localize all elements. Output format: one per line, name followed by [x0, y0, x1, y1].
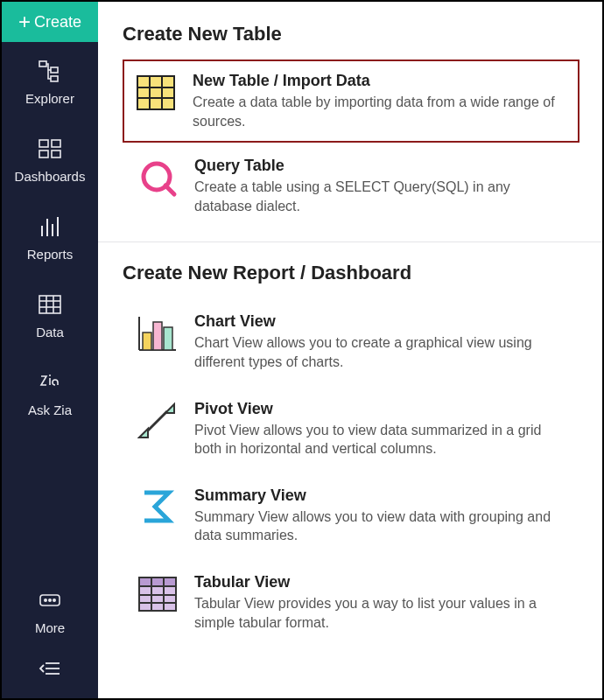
sidebar-item-label: Reports: [5, 247, 95, 262]
svg-rect-1: [51, 67, 58, 73]
svg-rect-3: [39, 140, 48, 147]
sidebar-item-label: Explorer: [5, 91, 95, 106]
svg-rect-11: [39, 296, 60, 313]
sidebar-nav: Explorer Dashboards: [2, 42, 98, 698]
sidebar-item-more[interactable]: More: [2, 571, 98, 649]
svg-marker-38: [165, 404, 174, 413]
option-title: Tabular View: [194, 573, 565, 592]
sidebar: + Create Explorer: [2, 2, 98, 698]
option-chart-view[interactable]: Chart View Chart View allows you to crea…: [123, 298, 579, 385]
plus-icon: +: [18, 11, 31, 32]
ask-zia-icon: [5, 369, 95, 396]
svg-point-20: [49, 599, 51, 601]
svg-line-31: [165, 186, 174, 194]
option-new-table[interactable]: New Table / Import Data Create a data ta…: [123, 60, 579, 143]
query-table-icon: [137, 157, 179, 199]
svg-point-17: [49, 374, 51, 376]
svg-rect-2: [51, 76, 58, 81]
svg-rect-35: [153, 322, 162, 350]
collapse-icon: [37, 660, 63, 677]
sidebar-item-label: Dashboards: [5, 169, 95, 184]
tabular-view-icon: [137, 573, 179, 615]
sidebar-item-explorer[interactable]: Explorer: [2, 42, 98, 120]
option-desc: Create a table using a SELECT Query(SQL)…: [194, 178, 565, 215]
create-button[interactable]: + Create: [2, 2, 98, 42]
svg-rect-41: [139, 578, 176, 586]
svg-rect-4: [52, 140, 60, 147]
option-pivot-view[interactable]: Pivot View Pivot View allows you to view…: [123, 386, 579, 472]
table-import-icon: [135, 72, 177, 114]
option-title: New Table / Import Data: [193, 72, 567, 90]
option-title: Chart View: [194, 312, 565, 331]
svg-rect-36: [164, 327, 172, 350]
sidebar-item-label: More: [5, 620, 95, 635]
svg-point-19: [45, 599, 46, 601]
option-desc: Summary View allows you to view data wit…: [194, 508, 565, 545]
sidebar-item-ask-zia[interactable]: Ask Zia: [2, 354, 98, 431]
sidebar-item-label: Ask Zia: [5, 402, 95, 417]
option-tabular-view[interactable]: Tabular View Tabular View provides you a…: [123, 559, 579, 646]
svg-rect-34: [143, 332, 151, 350]
more-icon: [5, 587, 95, 613]
data-icon: [5, 291, 95, 318]
option-summary-view[interactable]: Summary View Summary View allows you to …: [123, 472, 579, 559]
option-query-table[interactable]: Query Table Create a table using a SELEC…: [123, 143, 579, 229]
svg-rect-5: [39, 150, 48, 158]
pivot-view-icon: [137, 400, 179, 442]
option-desc: Pivot View allows you to view data summa…: [194, 421, 565, 458]
explorer-icon: [5, 58, 95, 84]
option-title: Pivot View: [194, 400, 565, 418]
section-divider: [98, 242, 602, 242]
sidebar-collapse-button[interactable]: [2, 649, 98, 690]
sidebar-item-reports[interactable]: Reports: [2, 198, 98, 276]
main-content: Create New Table New Table / Import Data…: [98, 2, 602, 698]
svg-rect-6: [52, 150, 60, 158]
svg-rect-25: [137, 76, 174, 109]
sidebar-item-label: Data: [5, 325, 95, 340]
section-title-table: Create New Table: [123, 23, 579, 46]
option-desc: Tabular View provides you a way to list …: [194, 594, 565, 632]
option-desc: Create a data table by importing data fr…: [193, 93, 567, 130]
section-title-report: Create New Report / Dashboard: [123, 262, 579, 284]
sidebar-item-dashboards[interactable]: Dashboards: [2, 120, 98, 198]
dashboards-icon: [5, 136, 95, 162]
svg-rect-0: [39, 61, 46, 66]
create-label: Create: [34, 13, 81, 32]
option-desc: Chart View allows you to create a graphi…: [194, 333, 565, 371]
sidebar-item-data[interactable]: Data: [2, 276, 98, 354]
reports-icon: [5, 214, 95, 240]
chart-view-icon: [137, 312, 179, 354]
svg-marker-39: [139, 429, 148, 438]
summary-view-icon: [137, 486, 179, 528]
option-title: Summary View: [194, 486, 565, 505]
svg-point-21: [53, 599, 55, 601]
option-title: Query Table: [194, 157, 565, 175]
